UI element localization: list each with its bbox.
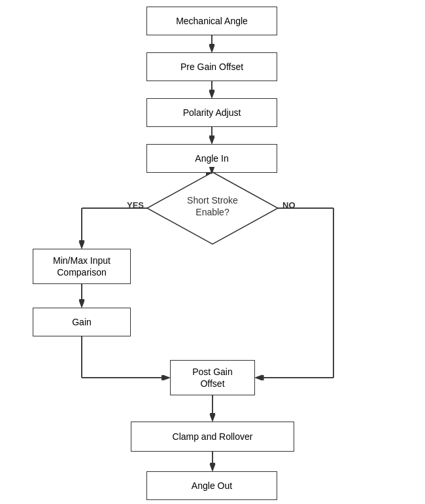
svg-text:Enable?: Enable? xyxy=(196,207,230,217)
clamp-rollover-box: Clamp and Rollover xyxy=(131,422,294,452)
svg-text:Short Stroke: Short Stroke xyxy=(187,195,238,206)
min-max-box: Min/Max InputComparison xyxy=(33,249,131,284)
angle-out-box: Angle Out xyxy=(146,471,277,500)
gain-box: Gain xyxy=(33,308,131,336)
mechanical-angle-box: Mechanical Angle xyxy=(146,7,277,35)
flowchart-diagram: Mechanical Angle Pre Gain Offset Polarit… xyxy=(0,0,425,504)
angle-in-box: Angle In xyxy=(146,144,277,173)
post-gain-offset-box: Post GainOffset xyxy=(170,360,255,395)
no-label: NO xyxy=(282,200,296,210)
polarity-adjust-box: Polarity Adjust xyxy=(146,98,277,127)
pre-gain-offset-box: Pre Gain Offset xyxy=(146,52,277,81)
diamond-shape: Short Stroke Enable? xyxy=(147,172,278,244)
yes-label: YES xyxy=(127,200,144,210)
